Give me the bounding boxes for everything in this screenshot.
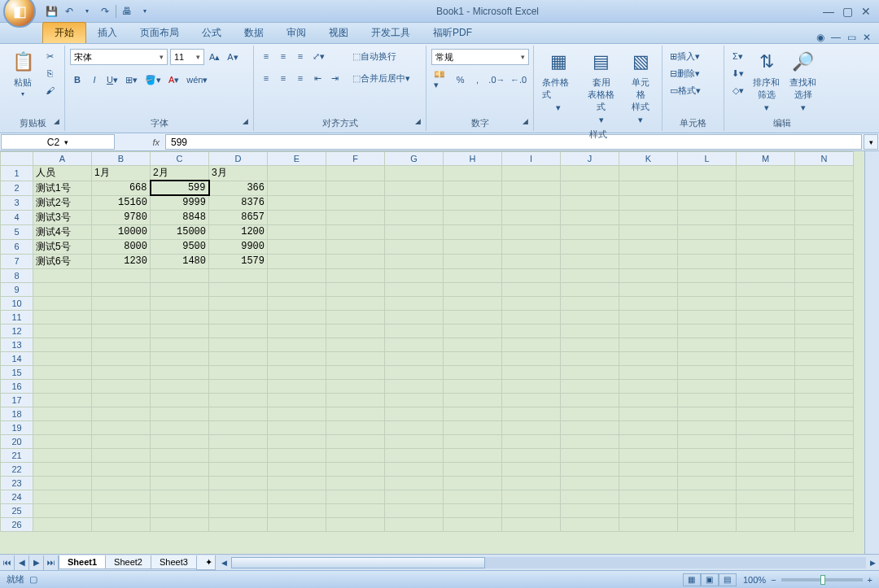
cell[interactable] [737, 420, 795, 434]
cell[interactable] [619, 379, 678, 393]
cell[interactable] [33, 351, 92, 365]
cell[interactable] [737, 268, 795, 282]
cell[interactable] [737, 365, 795, 379]
cell[interactable] [326, 351, 385, 365]
expand-formula-icon[interactable]: ▾ [864, 134, 878, 150]
cell[interactable]: 1200 [209, 224, 268, 239]
italic-button[interactable]: I [87, 72, 102, 87]
cell[interactable] [795, 254, 854, 268]
column-header[interactable]: L [678, 152, 737, 166]
cell[interactable] [561, 254, 619, 268]
cell[interactable]: 8000 [92, 239, 151, 254]
cell[interactable] [385, 393, 444, 407]
row-header[interactable]: 11 [1, 310, 33, 324]
align-middle-icon[interactable]: ≡ [276, 49, 291, 63]
insert-cells-button[interactable]: ⊞ 插入▾ [667, 49, 718, 63]
cell[interactable] [209, 462, 268, 476]
cell[interactable] [502, 517, 561, 531]
cell[interactable] [502, 338, 561, 351]
cell[interactable] [151, 268, 209, 282]
cell[interactable] [619, 420, 678, 434]
cell[interactable] [795, 282, 854, 296]
row-header[interactable]: 19 [1, 420, 33, 434]
cell[interactable] [795, 490, 854, 503]
cell[interactable] [619, 239, 678, 254]
cell[interactable]: 测试2号 [33, 195, 92, 210]
cell[interactable] [444, 420, 502, 434]
cell[interactable] [502, 462, 561, 476]
cell[interactable] [502, 239, 561, 254]
cell[interactable] [209, 268, 268, 282]
cell[interactable] [561, 181, 619, 195]
cell[interactable] [209, 407, 268, 420]
print-icon[interactable]: 🖶 [120, 4, 134, 19]
cell[interactable] [502, 365, 561, 379]
cell[interactable] [268, 379, 326, 393]
cell[interactable] [678, 338, 737, 351]
vertical-scrollbar[interactable] [864, 151, 879, 554]
cell[interactable]: 测试3号 [33, 210, 92, 224]
tab-prev-icon[interactable]: ◀ [15, 555, 29, 570]
cell[interactable] [385, 224, 444, 239]
cell[interactable] [326, 503, 385, 517]
cell[interactable] [268, 462, 326, 476]
decrease-decimal-icon[interactable]: ←.0 [509, 72, 528, 87]
cell[interactable] [326, 365, 385, 379]
cell[interactable] [444, 462, 502, 476]
cell[interactable] [502, 448, 561, 462]
cell[interactable] [326, 448, 385, 462]
cell[interactable] [209, 324, 268, 338]
cell[interactable] [326, 434, 385, 448]
cell[interactable] [385, 239, 444, 254]
name-box[interactable]: C2▾ [1, 134, 115, 150]
cell[interactable] [502, 324, 561, 338]
cell[interactable] [326, 462, 385, 476]
sheet-tab[interactable]: Sheet2 [105, 555, 151, 569]
cell[interactable] [561, 239, 619, 254]
row-header[interactable]: 7 [1, 254, 33, 268]
tab-insert[interactable]: 插入 [86, 23, 129, 43]
tab-next-icon[interactable]: ▶ [29, 555, 44, 570]
cell[interactable] [737, 282, 795, 296]
cell[interactable] [385, 181, 444, 195]
cell[interactable] [385, 324, 444, 338]
cell[interactable] [33, 282, 92, 296]
cell[interactable] [326, 268, 385, 282]
align-center-icon[interactable]: ≡ [276, 71, 291, 85]
row-header[interactable]: 17 [1, 393, 33, 407]
cell[interactable] [268, 420, 326, 434]
cell[interactable] [561, 351, 619, 365]
cell[interactable] [92, 420, 151, 434]
cell[interactable] [33, 268, 92, 282]
cell[interactable] [268, 296, 326, 310]
cell[interactable] [444, 448, 502, 462]
cell[interactable] [385, 503, 444, 517]
cell[interactable] [737, 517, 795, 531]
cell[interactable] [737, 476, 795, 490]
cell[interactable] [678, 407, 737, 420]
cell[interactable] [678, 324, 737, 338]
cell[interactable] [326, 239, 385, 254]
cell[interactable] [268, 351, 326, 365]
cell[interactable] [619, 224, 678, 239]
cell[interactable] [678, 282, 737, 296]
cell[interactable] [268, 166, 326, 181]
cell[interactable] [151, 393, 209, 407]
row-header[interactable]: 2 [1, 181, 33, 195]
cell[interactable] [444, 224, 502, 239]
cell[interactable] [268, 448, 326, 462]
cell[interactable] [444, 282, 502, 296]
column-header[interactable]: I [502, 152, 561, 166]
cell[interactable] [795, 268, 854, 282]
cell[interactable] [268, 365, 326, 379]
cell[interactable] [33, 448, 92, 462]
cell[interactable] [795, 310, 854, 324]
tab-data[interactable]: 数据 [233, 23, 275, 43]
select-all-corner[interactable] [1, 152, 33, 166]
cell[interactable] [92, 379, 151, 393]
format-cells-button[interactable]: ▭ 格式▾ [667, 83, 718, 98]
cell[interactable]: 15160 [92, 195, 151, 210]
cell[interactable] [268, 210, 326, 224]
cell[interactable] [795, 462, 854, 476]
cell[interactable] [444, 310, 502, 324]
